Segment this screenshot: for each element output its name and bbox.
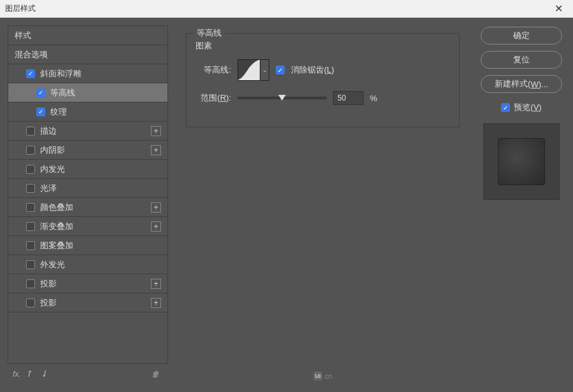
content: 样式 混合选项 斜面和浮雕等高线纹理描边+内阴影+内发光光泽颜色叠加+渐变叠加+… [0,18,573,392]
range-row: 范围(R): % [195,91,450,105]
sidebar-item-checkbox[interactable] [36,88,45,97]
preview-box [483,123,560,200]
new-style-button[interactable]: 新建样式(W)... [481,75,562,93]
ok-button[interactable]: 确定 [481,27,562,45]
sidebar-item-label: 描边 [40,125,151,137]
preview-label: 预览(V) [514,102,541,113]
sidebar-item-checkbox[interactable] [26,127,35,136]
fx-label[interactable]: fx [13,370,18,379]
sidebar-item-10[interactable]: 外发光 [8,255,167,274]
preview-checkbox[interactable] [501,103,510,112]
antialias-checkbox[interactable] [276,66,285,74]
sidebar-item-0[interactable]: 斜面和浮雕 [8,64,167,83]
sidebar-item-9[interactable]: 图案叠加 [8,236,167,255]
sidebar-item-checkbox[interactable] [26,222,35,231]
sidebar-item-2[interactable]: 纹理 [8,102,167,122]
antialias-label: 消除锯齿(L) [291,64,334,76]
contour-group: 等高线 图素 等高线: ⌄ 消除锯齿(L) 范围(R): [186,33,460,127]
elements-title: 图素 [195,40,450,52]
sidebar-item-label: 颜色叠加 [40,202,151,213]
sidebar-item-checkbox[interactable] [26,69,35,78]
sidebar-item-checkbox[interactable] [26,298,35,307]
sidebar-item-label: 内阴影 [40,144,151,156]
add-effect-icon[interactable]: + [151,145,161,155]
range-slider[interactable] [237,97,327,99]
sidebar-item-checkbox[interactable] [26,279,35,288]
sidebar-item-checkbox[interactable] [26,260,35,269]
range-slider-thumb[interactable] [278,95,286,101]
sidebar-item-checkbox[interactable] [26,165,35,174]
window-title: 图层样式 [5,3,549,14]
add-effect-icon[interactable]: + [151,202,161,213]
watermark-text: cn [325,372,332,380]
sidebar-item-7[interactable]: 颜色叠加+ [8,198,167,217]
close-icon[interactable]: ✕ [549,3,568,15]
trash-icon[interactable]: 🗑 [148,370,163,379]
main-panel: 等高线 图素 等高线: ⌄ 消除锯齿(L) 范围(R): [176,25,470,384]
sidebar-item-4[interactable]: 内阴影+ [8,141,167,160]
sidebar-item-3[interactable]: 描边+ [8,122,167,141]
range-label[interactable]: 范围(R): [195,92,231,104]
add-effect-icon[interactable]: + [151,126,161,136]
sidebar-footer: fx. 🠕 🠗 🗑 [8,364,168,384]
sidebar-item-8[interactable]: 渐变叠加+ [8,217,167,236]
sidebar-item-label: 光泽 [40,183,161,194]
sidebar-item-12[interactable]: 投影+ [8,293,167,312]
sidebar-item-checkbox[interactable] [26,184,35,193]
sidebar-item-label: 等高线 [50,87,161,99]
range-percent: % [370,94,378,103]
sidebar-item-label: 渐变叠加 [40,221,151,232]
contour-dropdown-icon[interactable]: ⌄ [260,60,269,80]
preview-swatch [498,138,545,185]
range-input[interactable] [333,91,364,105]
sidebar: 样式 混合选项 斜面和浮雕等高线纹理描边+内阴影+内发光光泽颜色叠加+渐变叠加+… [8,25,168,384]
contour-row: 等高线: ⌄ 消除锯齿(L) [195,59,450,81]
sidebar-item-label: 投影 [40,297,151,309]
sidebar-header-styles[interactable]: 样式 [8,26,167,45]
watermark-icon: UI [313,372,322,381]
styles-list: 样式 混合选项 斜面和浮雕等高线纹理描边+内阴影+内发光光泽颜色叠加+渐变叠加+… [8,25,168,364]
sidebar-item-label: 斜面和浮雕 [40,68,161,80]
add-effect-icon[interactable]: + [151,279,161,289]
contour-picker[interactable]: ⌄ [237,59,269,81]
add-effect-icon[interactable]: + [151,298,161,308]
arrow-down-icon[interactable]: 🠗 [36,370,52,379]
sidebar-item-label: 投影 [40,278,151,290]
reset-button[interactable]: 复位 [481,51,562,69]
watermark: UI cn [313,372,332,381]
sidebar-item-label: 纹理 [50,106,161,118]
sidebar-item-1[interactable]: 等高线 [8,83,167,102]
sidebar-item-label: 内发光 [40,164,161,175]
preview-row: 预览(V) [501,102,541,113]
sidebar-item-checkbox[interactable] [26,241,35,250]
arrow-up-icon[interactable]: 🠕 [21,370,36,379]
sidebar-item-label: 外发光 [40,259,161,270]
contour-curve-preview [238,60,260,80]
sidebar-item-label: 图案叠加 [40,240,161,251]
contour-label: 等高线: [195,64,231,76]
titlebar: 图层样式 ✕ [0,0,573,18]
sidebar-item-11[interactable]: 投影+ [8,274,167,293]
group-title: 等高线 [193,27,225,39]
right-panel: 确定 复位 新建样式(W)... 预览(V) [478,25,565,384]
sidebar-item-checkbox[interactable] [36,108,45,116]
sidebar-item-5[interactable]: 内发光 [8,160,167,179]
sidebar-item-checkbox[interactable] [26,203,35,212]
add-effect-icon[interactable]: + [151,221,161,232]
sidebar-item-checkbox[interactable] [26,146,35,155]
sidebar-header-blend[interactable]: 混合选项 [8,45,167,64]
sidebar-item-6[interactable]: 光泽 [8,179,167,198]
